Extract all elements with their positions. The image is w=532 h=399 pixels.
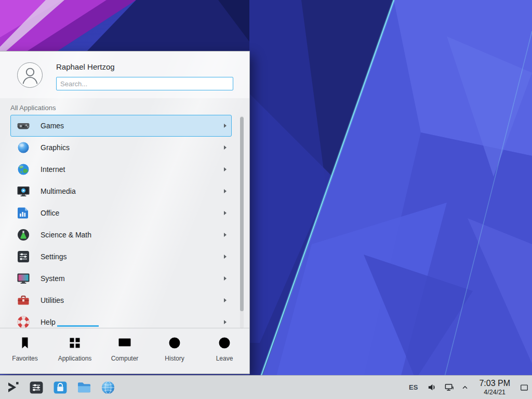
launcher-header: Raphael Hertzog [0,51,249,98]
submenu-arrow-icon [224,320,227,324]
toolbox-icon [16,293,31,308]
tab-label: History [165,355,184,362]
submenu-arrow-icon [224,189,227,193]
digital-clock[interactable]: 7:03 PM 4/24/21 [479,378,510,396]
tray-expander[interactable] [461,383,469,392]
discover-icon [52,379,69,396]
tab-favorites[interactable]: Favorites [0,328,50,374]
category-graphics[interactable]: Graphics [10,137,232,158]
web-browser-task[interactable] [97,376,119,399]
tab-leave[interactable]: Leave [200,328,249,374]
system-monitor-icon [16,271,31,286]
category-multimedia[interactable]: Multimedia [10,180,232,202]
clock-icon [167,335,182,351]
category-system[interactable]: System [10,268,232,289]
flask-icon [16,228,31,242]
browser-globe-icon [100,379,116,396]
category-label: Office [41,209,59,217]
submenu-arrow-icon [224,233,227,237]
category-help[interactable]: Help [10,311,232,329]
system-settings-icon [28,379,45,396]
category-label: Science & Math [41,231,91,239]
tab-history[interactable]: History [150,328,200,374]
category-settings[interactable]: Settings [10,246,232,268]
user-name: Raphael Hertzog [56,62,115,71]
show-desktop-icon [520,383,529,392]
media-player-icon [16,184,31,198]
application-launcher-button[interactable] [1,376,24,399]
taskbar: ES 7:03 PM 4/24/21 [0,375,532,399]
submenu-arrow-icon [224,167,227,171]
category-list: Games Graphics Internet [0,115,249,329]
logout-icon [217,335,232,351]
system-settings-task[interactable] [25,376,48,399]
tab-label: Applications [58,355,92,362]
category-label: Games [41,122,64,130]
tab-label: Leave [216,355,233,362]
grid-icon [67,335,83,351]
submenu-arrow-icon [224,276,227,281]
submenu-arrow-icon [224,255,227,259]
scrollbar-thumb[interactable] [240,117,244,311]
clock-date: 4/24/21 [479,389,510,396]
graphics-orb-icon [16,140,31,155]
search-input[interactable] [56,77,233,90]
bookmark-icon [17,335,33,351]
tab-applications[interactable]: Applications [50,328,100,374]
show-desktop-button[interactable] [516,376,532,399]
globe-icon [16,162,31,177]
tab-label: Favorites [12,355,37,362]
section-label: All Applications [10,104,56,112]
volume-tray-item[interactable] [427,382,437,393]
submenu-arrow-icon [224,298,227,302]
submenu-arrow-icon [224,211,227,215]
category-office[interactable]: Office [10,202,232,224]
user-avatar[interactable] [17,62,43,88]
keyboard-layout-indicator[interactable]: ES [409,383,418,391]
category-label: Multimedia [41,187,76,195]
category-label: System [41,274,65,283]
network-tray-item[interactable] [444,382,454,393]
tab-label: Computer [111,355,139,362]
application-launcher-menu: Raphael Hertzog All Applications Games [0,51,250,374]
tab-computer[interactable]: Computer [100,328,150,374]
file-manager-task[interactable] [73,376,96,399]
system-tray: ES 7:03 PM 4/24/21 [409,376,532,399]
kde-launcher-icon [4,379,21,396]
submenu-arrow-icon [224,145,227,150]
category-label: Graphics [41,143,70,152]
category-label: Internet [41,165,65,174]
volume-icon [427,382,437,392]
sliders-icon [16,249,31,264]
gamepad-icon [16,118,31,133]
submenu-arrow-icon [224,124,227,128]
category-utilities[interactable]: Utilities [10,289,232,311]
document-chart-icon [16,206,31,220]
category-label: Utilities [41,296,64,304]
chevron-up-icon [461,384,469,391]
category-label: Help [41,318,56,326]
discover-task[interactable] [49,376,72,399]
active-tab-indicator [57,325,99,327]
category-games[interactable]: Games [10,115,232,137]
category-label: Settings [41,252,67,261]
launcher-tabbar: Favorites Applications Computer History [0,328,249,374]
lifebuoy-icon [16,315,31,329]
clock-time: 7:03 PM [479,378,510,388]
folder-icon [76,379,92,396]
category-science-math[interactable]: Science & Math [10,224,232,246]
user-icon [18,63,42,87]
network-icon [444,382,454,392]
monitor-icon [117,335,132,351]
category-internet[interactable]: Internet [10,158,232,180]
